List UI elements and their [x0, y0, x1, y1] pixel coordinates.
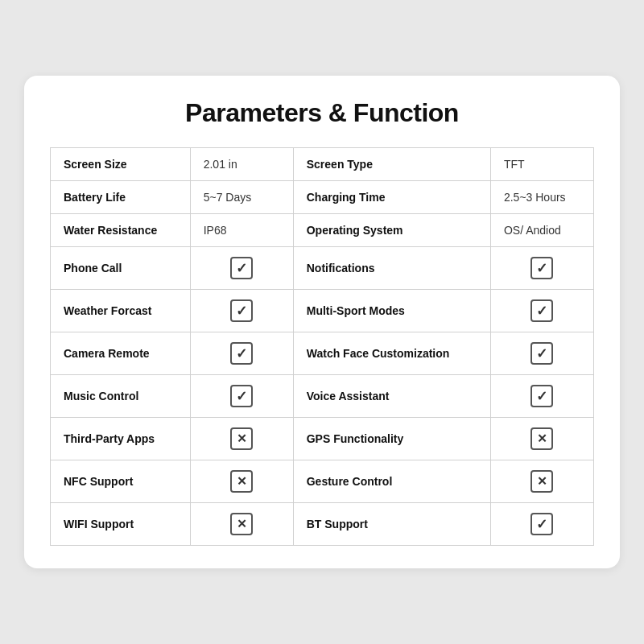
right-value-1: 2.5~3 Hours [490, 181, 593, 214]
left-label-5: Camera Remote [51, 332, 191, 375]
left-value-9 [190, 503, 293, 546]
left-label-0: Screen Size [51, 148, 191, 181]
left-value-1: 5~7 Days [190, 181, 293, 214]
right-value-9 [490, 503, 593, 546]
right-label-5: Watch Face Customization [293, 332, 490, 375]
table-row: Battery Life5~7 DaysCharging Time2.5~3 H… [51, 181, 594, 214]
right-label-9: BT Support [293, 503, 490, 546]
right-label-8: Gesture Control [293, 460, 490, 503]
right-value-3 [490, 247, 593, 290]
left-value-5 [190, 332, 293, 375]
table-row: Third-Party AppsGPS Functionality [51, 418, 594, 460]
table-row: Water ResistanceIP68Operating SystemOS/ … [51, 214, 594, 247]
left-label-4: Weather Forcast [51, 290, 191, 332]
right-label-2: Operating System [293, 214, 490, 247]
right-value-8 [490, 460, 593, 503]
table-row: Camera RemoteWatch Face Customization [51, 332, 594, 375]
table-row: Weather ForcastMulti-Sport Modes [51, 290, 594, 332]
right-value-4 [490, 290, 593, 332]
right-value-0: TFT [490, 148, 593, 181]
right-value-2: OS/ Andiod [490, 214, 593, 247]
left-value-6 [190, 375, 293, 418]
left-label-8: NFC Support [51, 460, 191, 503]
table-row: Music ControlVoice Assistant [51, 375, 594, 418]
left-label-2: Water Resistance [51, 214, 191, 247]
left-label-9: WIFI Support [51, 503, 191, 546]
left-value-2: IP68 [190, 214, 293, 247]
left-label-7: Third-Party Apps [51, 418, 191, 460]
table-row: NFC SupportGesture Control [51, 460, 594, 503]
left-value-0: 2.01 in [190, 148, 293, 181]
left-label-1: Battery Life [51, 181, 191, 214]
right-label-0: Screen Type [293, 148, 490, 181]
table-row: Phone CallNotifications [51, 247, 594, 290]
left-label-3: Phone Call [51, 247, 191, 290]
right-label-3: Notifications [293, 247, 490, 290]
page-title: Parameters & Function [50, 98, 594, 128]
parameters-table: Screen Size2.01 inScreen TypeTFTBattery … [50, 147, 594, 546]
right-label-4: Multi-Sport Modes [293, 290, 490, 332]
left-value-3 [190, 247, 293, 290]
right-label-1: Charging Time [293, 181, 490, 214]
table-row: WIFI SupportBT Support [51, 503, 594, 546]
right-value-6 [490, 375, 593, 418]
main-container: Parameters & Function Screen Size2.01 in… [24, 76, 620, 568]
left-value-4 [190, 290, 293, 332]
right-label-6: Voice Assistant [293, 375, 490, 418]
left-label-6: Music Control [51, 375, 191, 418]
left-value-8 [190, 460, 293, 503]
right-value-7 [490, 418, 593, 460]
left-value-7 [190, 418, 293, 460]
table-row: Screen Size2.01 inScreen TypeTFT [51, 148, 594, 181]
right-label-7: GPS Functionality [293, 418, 490, 460]
right-value-5 [490, 332, 593, 375]
